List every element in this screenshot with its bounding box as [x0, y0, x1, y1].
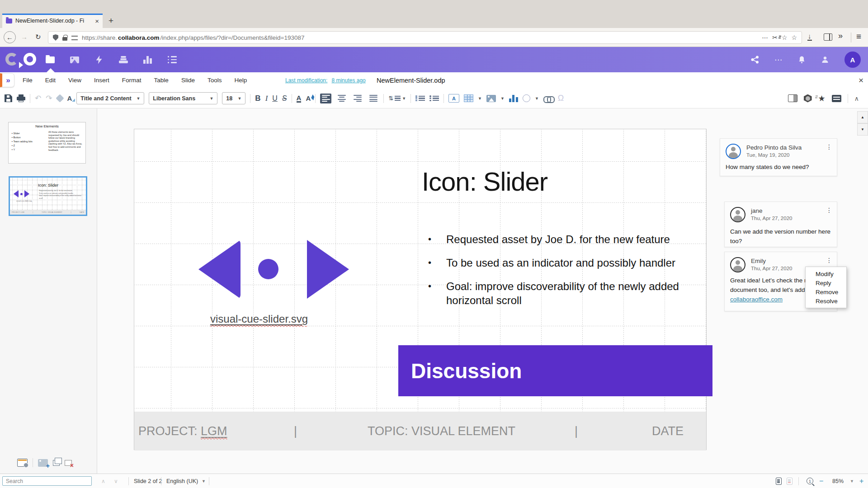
- comment-menu-icon[interactable]: ⋮: [826, 143, 832, 150]
- scroll-up-button[interactable]: ▲: [857, 111, 868, 123]
- menu-file[interactable]: File: [23, 72, 33, 89]
- chevron-down-icon[interactable]: ▼: [500, 96, 505, 101]
- slider-left-arrow-shape[interactable]: [198, 240, 241, 299]
- delete-slide-icon[interactable]: [65, 460, 72, 466]
- menu-item-remove[interactable]: Remove: [806, 287, 846, 296]
- insert-chart-icon[interactable]: [509, 94, 518, 102]
- zoom-out-icon[interactable]: −: [819, 474, 823, 488]
- slide-thumbnail-2-selected[interactable]: Icon: Slider Requested asset by Joe D. f…: [9, 176, 87, 216]
- share-icon[interactable]: [751, 56, 759, 64]
- close-document-icon[interactable]: ×: [859, 72, 863, 89]
- slide-footer[interactable]: PROJECT: LGM | TOPIC: VISUAL ELEMENT | D…: [134, 412, 706, 450]
- hamburger-menu-icon[interactable]: ≡: [856, 32, 861, 42]
- language-selector[interactable]: English (UK): [166, 474, 198, 488]
- collabora-logo[interactable]: [5, 53, 36, 66]
- insert-table-icon[interactable]: [464, 94, 473, 102]
- ordered-list-icon[interactable]: [415, 96, 425, 101]
- slide-layout-select[interactable]: Title and 2 Content ▼: [76, 92, 144, 104]
- permissions-icon[interactable]: [71, 36, 78, 40]
- sidebar-toggle-icon[interactable]: [824, 33, 832, 41]
- lock-icon[interactable]: [62, 37, 67, 41]
- clone-formatting-icon[interactable]: [56, 94, 64, 102]
- menu-item-resolve[interactable]: Resolve: [806, 296, 846, 305]
- insert-shape-icon[interactable]: [523, 94, 530, 102]
- align-right-icon[interactable]: [352, 94, 363, 103]
- align-left-icon[interactable]: [320, 94, 331, 103]
- clear-formatting-icon[interactable]: A: [67, 94, 72, 102]
- overflow-chevron-icon[interactable]: »: [838, 31, 843, 41]
- tab-close-icon[interactable]: ×: [95, 17, 99, 25]
- animation-star-icon[interactable]: ★: [818, 94, 826, 103]
- slide-thumbnail-1[interactable]: New Elements Slider Button Team adding b…: [8, 122, 86, 164]
- search-next-icon[interactable]: ∨: [114, 474, 118, 488]
- activity-app-icon[interactable]: [94, 56, 104, 64]
- comment-card[interactable]: Pedro Pinto da Silva Tue, May 19, 2020 ⋮…: [720, 138, 837, 176]
- browser-tab[interactable]: NewElement-Slider.odp - Fi ×: [2, 14, 103, 28]
- unordered-list-icon[interactable]: [429, 96, 439, 101]
- deck-app-icon[interactable]: [118, 56, 128, 64]
- more-options-icon[interactable]: ⋯: [774, 55, 783, 65]
- special-character-icon[interactable]: Ω: [558, 94, 564, 103]
- files-app-icon[interactable]: [45, 56, 55, 63]
- justify-icon[interactable]: [368, 94, 379, 103]
- zoom-dropdown-icon[interactable]: ▼: [850, 474, 854, 488]
- menu-help[interactable]: Help: [234, 72, 247, 89]
- strikethrough-icon[interactable]: S: [282, 94, 287, 103]
- back-button[interactable]: ←: [4, 31, 16, 43]
- menu-insert[interactable]: Insert: [94, 72, 109, 89]
- menu-edit[interactable]: Edit: [45, 72, 56, 89]
- forward-button[interactable]: →: [21, 33, 28, 41]
- menu-table[interactable]: Table: [154, 72, 169, 89]
- bold-icon[interactable]: B: [255, 94, 260, 103]
- new-tab-button[interactable]: +: [108, 14, 113, 27]
- menu-item-modify[interactable]: Modify: [806, 269, 846, 278]
- duplicate-slide-icon[interactable]: [53, 460, 60, 466]
- tracking-shield-icon[interactable]: [53, 34, 58, 41]
- slide-caption[interactable]: visual-cue-slider.svg: [210, 313, 308, 325]
- notifications-bell-icon[interactable]: [798, 56, 806, 64]
- insert-textbox-icon[interactable]: A: [448, 94, 459, 103]
- last-modification-label[interactable]: Last modification:: [285, 77, 327, 84]
- search-prev-icon[interactable]: ∧: [101, 474, 105, 488]
- comment-link[interactable]: collaboraoffice.com: [730, 296, 783, 303]
- slide-bullet-list[interactable]: Requested asset by Joe D. for the new fe…: [424, 232, 695, 317]
- reload-button[interactable]: ↻: [35, 33, 41, 41]
- slider-dot-shape[interactable]: [258, 259, 278, 279]
- collapse-toolbar-icon[interactable]: ∧: [854, 95, 859, 102]
- page-actions-icon[interactable]: ⋯: [762, 34, 768, 41]
- menu-item-reply[interactable]: Reply: [806, 278, 846, 287]
- discussion-banner[interactable]: Discussion: [398, 345, 712, 396]
- italic-icon[interactable]: I: [265, 94, 268, 103]
- align-center-icon[interactable]: [336, 94, 347, 103]
- downloads-icon[interactable]: ↓: [807, 32, 812, 41]
- start-presentation-icon[interactable]: [17, 459, 28, 467]
- last-modification-value[interactable]: 8 minutes ago: [331, 77, 365, 84]
- font-name-select[interactable]: Liberation Sans ▼: [149, 92, 217, 104]
- redo-icon[interactable]: ↷: [46, 94, 52, 103]
- bookmark-star-icon[interactable]: ☆: [791, 34, 797, 41]
- comment-card[interactable]: jane Thu, Apr 27, 2020 ⋮ Can we add the …: [724, 202, 837, 247]
- slider-right-arrow-shape[interactable]: [307, 240, 349, 299]
- shooting-star-icon[interactable]: ☆: [782, 34, 788, 41]
- print-icon[interactable]: [17, 94, 25, 102]
- screenshot-scissors-icon[interactable]: ✂: [772, 34, 778, 41]
- chevron-down-icon[interactable]: ▼: [535, 96, 539, 101]
- slide-transition-icon[interactable]: [804, 94, 812, 103]
- url-field[interactable]: https://share. collabora.com /index.php/…: [48, 31, 802, 44]
- new-slide-from-image-icon[interactable]: [38, 459, 48, 467]
- photos-app-icon[interactable]: [70, 56, 80, 63]
- document-title[interactable]: NewElement-Slider.odp: [377, 72, 445, 89]
- undo-icon[interactable]: ↶: [35, 94, 41, 103]
- underline-icon[interactable]: U: [272, 94, 278, 103]
- highlight-color-icon[interactable]: A: [306, 94, 311, 102]
- menu-format[interactable]: Format: [122, 72, 142, 89]
- font-color-icon[interactable]: A: [297, 94, 302, 103]
- menu-view[interactable]: View: [68, 72, 81, 89]
- menu-tools[interactable]: Tools: [208, 72, 222, 89]
- line-spacing-icon[interactable]: ⇅▼: [388, 95, 406, 102]
- zoom-in-icon[interactable]: +: [859, 474, 863, 488]
- slide-canvas[interactable]: Icon: Slider visual-cue-slider.svg Reque…: [134, 129, 707, 450]
- insert-image-icon[interactable]: [486, 95, 496, 102]
- menu-collapse-badge[interactable]: »: [0, 73, 14, 87]
- contacts-icon[interactable]: [821, 56, 829, 64]
